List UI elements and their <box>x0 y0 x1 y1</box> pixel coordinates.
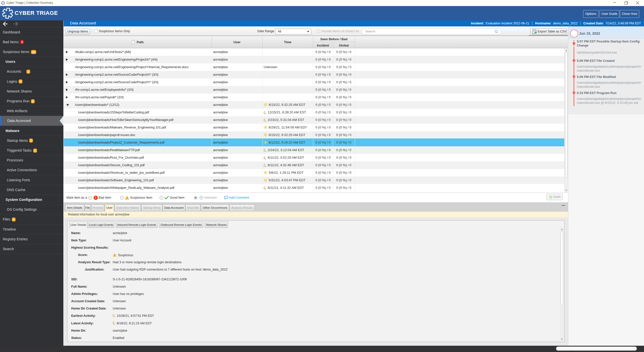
svg-text:?: ? <box>200 196 202 199</box>
